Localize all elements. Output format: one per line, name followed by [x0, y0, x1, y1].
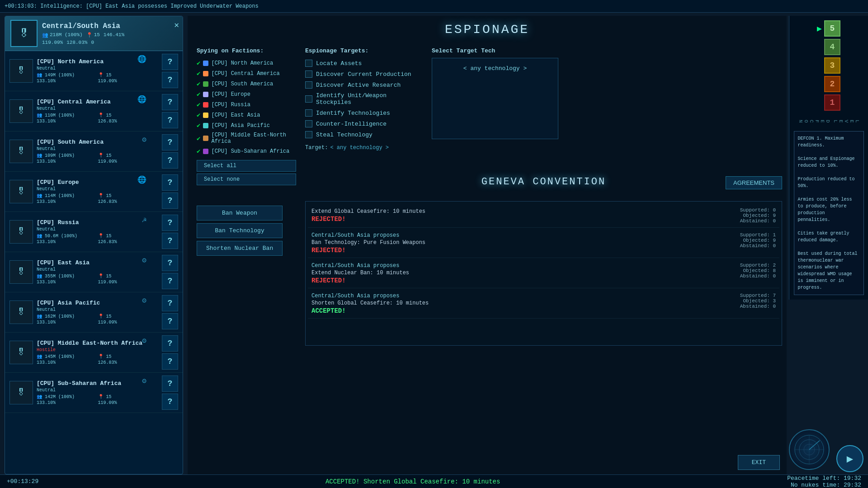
faction-actions-eu: ? ? — [162, 174, 178, 209]
ban-weapon-button[interactable]: Ban Weapon — [197, 206, 283, 221]
faction-icon-ap: ⚙ — [142, 296, 146, 305]
action-q2-sa[interactable]: ? — [162, 152, 178, 169]
target-active-research[interactable]: Discover Active Research — [305, 80, 423, 90]
defcon-level-3[interactable]: 3 — [824, 57, 840, 74]
action-q1-ssa[interactable]: ? — [162, 375, 178, 392]
target-check-current-prod[interactable] — [305, 70, 312, 78]
log-result-2: REJECTED! — [311, 247, 425, 254]
faction-status-ap: Neutral — [37, 307, 158, 312]
action-q2-eu[interactable]: ? — [162, 192, 178, 209]
target-label-current-prod: Discover Current Production — [316, 71, 411, 78]
spy-label-ca: [CPU] Central America — [211, 70, 279, 77]
player-faction-close[interactable]: ✕ — [174, 20, 179, 30]
spy-dot-mena — [203, 136, 208, 141]
ban-technology-button[interactable]: Ban Technology — [197, 223, 283, 238]
faction-icon-eu: 🌐 — [137, 175, 146, 184]
target-check-steal-tech[interactable] — [305, 131, 312, 138]
defcon-2-row: ▶ 2 — [817, 76, 840, 92]
action-q2-na[interactable]: ? — [162, 72, 178, 88]
spy-dot-ru — [203, 102, 208, 108]
target-label-technologies: Identify Technologies — [316, 110, 390, 117]
faction-avatar-ssa: 🎖 — [9, 381, 33, 404]
action-q1-ca[interactable]: ? — [162, 94, 178, 110]
log-proposer-2: Central/South Asia proposes — [311, 232, 425, 239]
faction-status-ssa: Neutral — [37, 388, 158, 393]
shorten-nuclear-button[interactable]: Shorten Nuclear Ban — [197, 241, 283, 256]
radar-display — [789, 429, 830, 470]
faction-actions-ea: ? ? — [162, 255, 178, 289]
target-check-locate[interactable] — [305, 60, 312, 67]
faction-stats-ssa: 👥 142M (100%) 📍 15 133.10% 119.09% — [37, 394, 158, 405]
exit-button[interactable]: EXIT — [738, 455, 780, 470]
defcon-level-1[interactable]: 1 — [824, 94, 840, 111]
action-q1-mena[interactable]: ? — [162, 335, 178, 352]
action-q2-mena[interactable]: ? — [162, 353, 178, 370]
log-action-3: Extend Nuclear Ban: 10 minutes — [311, 270, 409, 276]
faction-actions-ru: ? ? — [162, 215, 178, 249]
target-check-active-research[interactable] — [305, 81, 312, 89]
top-message: +00:13:03: Intelligence: [CPU] East Asia… — [5, 3, 259, 9]
spy-dot-ca — [203, 71, 208, 76]
target-check-technologies[interactable] — [305, 109, 312, 117]
target-steal-tech[interactable]: Steal Technology — [305, 129, 423, 140]
bottom-bar: +00:13:29 ACCEPTED! Shorten Global Cease… — [0, 474, 868, 488]
defcon-info-box: DEFCON 1. Maximum readiness. Science and… — [794, 131, 864, 295]
spying-section: Spying on Factions: ✔ [CPU] North Americ… — [197, 47, 296, 185]
target-current-prod[interactable]: Discover Current Production — [305, 69, 423, 80]
target-stockpiles[interactable]: Identify Unit/Weapon Stockpiles — [305, 90, 423, 108]
defcon-level-5[interactable]: 5 — [824, 20, 840, 37]
faction-row-eu: 🎖 [CPU] Europe Neutral 👥 114M (100%) 📍 1… — [5, 172, 183, 212]
defcon-level-4[interactable]: 4 — [824, 39, 840, 55]
spy-ca: ✔ [CPU] Central America — [197, 68, 296, 79]
action-q2-ssa[interactable]: ? — [162, 394, 178, 410]
select-buttons: Select all Select none — [197, 160, 296, 185]
action-q1-na[interactable]: ? — [162, 54, 178, 70]
spy-check-mena: ✔ — [197, 135, 200, 142]
log-entry-4: Central/South Asia proposes Shorten Glob… — [308, 289, 779, 319]
log-entry-1-main: Extend Global Ceasefire: 10 minutes REJE… — [311, 207, 425, 224]
faction-avatar-na: 🎖 — [9, 59, 33, 83]
geneva-log: Extend Global Ceasefire: 10 minutes REJE… — [305, 201, 782, 346]
faction-name-ssa: [CPU] Sub-Saharan Africa — [37, 380, 158, 387]
faction-avatar-sa: 🎖 — [9, 140, 33, 163]
spy-check-ap: ✔ — [197, 122, 200, 129]
action-q1-eu[interactable]: ? — [162, 174, 178, 191]
play-button[interactable]: ▶ — [836, 445, 863, 472]
select-all-button[interactable]: Select all — [197, 160, 296, 172]
faction-name-ru: [CPU] Russia — [37, 219, 158, 226]
faction-info-sa: [CPU] South America Neutral 👥 109M (100%… — [37, 139, 158, 164]
defcon-level-2[interactable]: 2 — [824, 76, 840, 92]
target-counter-intel[interactable]: Counter-Intelligence — [305, 118, 423, 129]
select-none-button[interactable]: Select none — [197, 174, 296, 185]
defcon-info-line5: Cities take greatly reduced damage. — [798, 230, 860, 244]
faction-row-ssa: 🎖 [CPU] Sub-Saharan Africa Neutral 👥 142… — [5, 373, 183, 413]
target-locate[interactable]: Locate Assets — [305, 58, 423, 69]
tech-box: < any technology > — [432, 58, 558, 139]
action-q2-ru[interactable]: ? — [162, 233, 178, 249]
tech-any-option[interactable]: < any technology > — [437, 63, 553, 74]
action-q2-ca[interactable]: ? — [162, 112, 178, 128]
action-q2-ap[interactable]: ? — [162, 313, 178, 329]
geneva-section: GENEVA CONVENTION AGREEMENTS Extend Glob… — [305, 176, 782, 346]
player-faction-name: Central/South Asia — [42, 22, 177, 30]
action-q1-ru[interactable]: ? — [162, 215, 178, 231]
log-entry-4-content: Central/South Asia proposes Shorten Glob… — [311, 293, 776, 314]
spy-label-na: [CPU] North America — [211, 60, 273, 66]
action-q1-ap[interactable]: ? — [162, 295, 178, 311]
log-votes-3: Supported: 2 Objected: 8 Abstained: 0 — [740, 263, 776, 284]
defcon-info-line4: Armies cost 20% less to produce, before … — [798, 196, 860, 223]
action-q2-ea[interactable]: ? — [162, 273, 178, 289]
faction-name-mena: [CPU] Middle East-North Africa — [37, 340, 158, 347]
defcon-arrow-icon: ▶ — [817, 23, 822, 33]
action-q1-ea[interactable]: ? — [162, 255, 178, 271]
defcon-level-label: LEVEL — [833, 120, 860, 124]
action-q1-sa[interactable]: ? — [162, 134, 178, 150]
target-check-counter-intel[interactable] — [305, 120, 312, 127]
spy-label-ru: [CPU] Russia — [211, 102, 250, 108]
defcon-panel: ▶ 5 ▶ 4 ▶ 3 ▶ 2 ▶ 1 DEFCON LEVEL DEFCON … — [789, 16, 868, 300]
agreements-tab-button[interactable]: AGREEMENTS — [726, 176, 782, 189]
target-check-stockpiles[interactable] — [305, 95, 312, 103]
target-technologies[interactable]: Identify Technologies — [305, 108, 423, 118]
faction-avatar-eu: 🎖 — [9, 180, 33, 203]
target-label: Target: — [305, 145, 328, 151]
